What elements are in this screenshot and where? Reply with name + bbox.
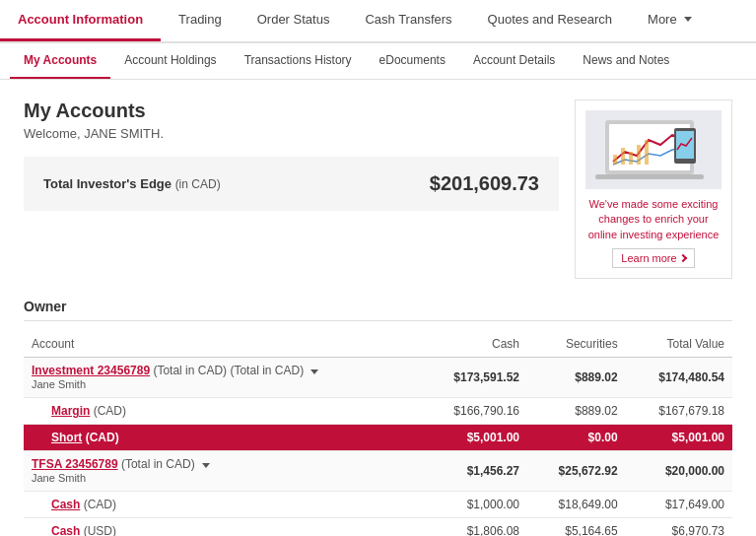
securities-cell: $889.02 — [527, 358, 626, 398]
sub-nav-account-holdings[interactable]: Account Holdings — [110, 43, 230, 79]
svg-rect-8 — [645, 140, 649, 165]
securities-cell: $5,164.65 — [527, 518, 626, 536]
svg-rect-6 — [629, 152, 633, 165]
svg-rect-3 — [595, 174, 704, 179]
securities-cell: $0.00 — [527, 425, 626, 451]
section-title: Owner — [24, 299, 732, 321]
sub-nav: My Accounts Account Holdings Transaction… — [0, 43, 756, 80]
svg-rect-5 — [621, 148, 625, 165]
account-link-tfsa[interactable]: TFSA 23456789 — [32, 457, 118, 471]
owner-section: Owner Account Cash Securities Total Valu… — [24, 299, 732, 536]
securities-cell: $18,649.00 — [527, 492, 626, 518]
summary-box: Total Investor's Edge (in CAD) $201,609.… — [24, 157, 559, 211]
summary-label: Total Investor's Edge (in CAD) — [43, 176, 221, 191]
summary-value: $201,609.73 — [430, 172, 539, 195]
cash-cell: $1,456.27 — [421, 451, 527, 492]
table-row: Cash (CAD) $1,000.00 $18,649.00 $17,649.… — [24, 492, 732, 518]
cash-cell: $166,790.16 — [421, 398, 527, 425]
total-cell: $17,649.00 — [626, 492, 732, 518]
securities-cell: $889.02 — [527, 398, 626, 425]
account-owner: Jane Smith — [32, 472, 86, 484]
promo-text: We've made some exciting changes to enri… — [585, 197, 722, 242]
top-nav-more[interactable]: More — [630, 0, 710, 41]
cash-cell: $1,806.08 — [421, 518, 527, 536]
sub-nav-edocuments[interactable]: eDocuments — [366, 43, 459, 79]
col-header-cash: Cash — [421, 331, 527, 358]
cash-cell: $5,001.00 — [421, 425, 527, 451]
sub-nav-account-details[interactable]: Account Details — [459, 43, 569, 79]
account-suffix: (Total in CAD) — [153, 364, 227, 377]
table-row-highlighted: Short (CAD) $5,001.00 $0.00 $5,001.00 — [24, 425, 732, 451]
cash-cell: $1,000.00 — [421, 492, 527, 518]
sub-nav-my-accounts[interactable]: My Accounts — [10, 43, 110, 79]
sub-nav-news-notes[interactable]: News and Notes — [569, 43, 683, 79]
account-link-investment[interactable]: Investment 23456789 — [32, 364, 150, 377]
col-header-total: Total Value — [626, 331, 732, 358]
welcome-text: Welcome, JANE SMITH. — [24, 126, 559, 141]
top-nav-account-information[interactable]: Account Information — [0, 0, 161, 41]
chevron-right-icon — [678, 254, 686, 262]
top-nav-trading[interactable]: Trading — [161, 0, 240, 41]
table-row: Margin (CAD) $166,790.16 $889.02 $167,67… — [24, 398, 732, 425]
promo-learn-more[interactable]: Learn more — [612, 248, 694, 268]
total-cell: $174,480.54 — [626, 358, 732, 398]
cash-cell: $173,591.52 — [421, 358, 527, 398]
securities-cell: $25,672.92 — [527, 451, 626, 492]
account-owner: Jane Smith — [32, 378, 86, 390]
sub-nav-transactions-history[interactable]: Transactions History — [231, 43, 366, 79]
svg-rect-4 — [613, 155, 617, 165]
total-cell: $6,970.73 — [626, 518, 732, 536]
svg-rect-7 — [637, 145, 641, 165]
account-link-cash-cad[interactable]: Cash — [51, 498, 80, 511]
total-cell: $20,000.00 — [626, 451, 732, 492]
col-header-account: Account — [24, 331, 421, 358]
account-link-cash-usd[interactable]: Cash — [51, 524, 80, 536]
dropdown-icon[interactable] — [202, 463, 210, 468]
table-header-row: Account Cash Securities Total Value — [24, 331, 732, 358]
dropdown-icon[interactable] — [310, 369, 318, 374]
top-nav-quotes-research[interactable]: Quotes and Research — [470, 0, 630, 41]
promo-box: We've made some exciting changes to enri… — [575, 100, 732, 279]
account-link-short[interactable]: Short — [51, 431, 82, 444]
table-row: Cash (USD) $1,806.08 $5,164.65 $6,970.73 — [24, 518, 732, 536]
accounts-table: Account Cash Securities Total Value Inve… — [24, 331, 732, 536]
page-title: My Accounts — [24, 100, 559, 122]
top-nav-cash-transfers[interactable]: Cash Transfers — [347, 0, 469, 41]
promo-illustration — [585, 110, 722, 189]
promo-image — [585, 110, 722, 189]
chevron-down-icon — [684, 17, 692, 22]
col-header-securities: Securities — [527, 331, 626, 358]
account-link-margin[interactable]: Margin — [51, 404, 90, 418]
total-cell: $5,001.00 — [626, 425, 732, 451]
total-cell: $167,679.18 — [626, 398, 732, 425]
table-row: TFSA 23456789 (Total in CAD) Jane Smith … — [24, 451, 732, 492]
main-content: My Accounts Welcome, JANE SMITH. Total I… — [0, 80, 756, 536]
table-row: Investment 23456789 (Total in CAD) (Tota… — [24, 358, 732, 398]
top-nav: Account Information Trading Order Status… — [0, 0, 756, 43]
top-nav-order-status[interactable]: Order Status — [240, 0, 348, 41]
